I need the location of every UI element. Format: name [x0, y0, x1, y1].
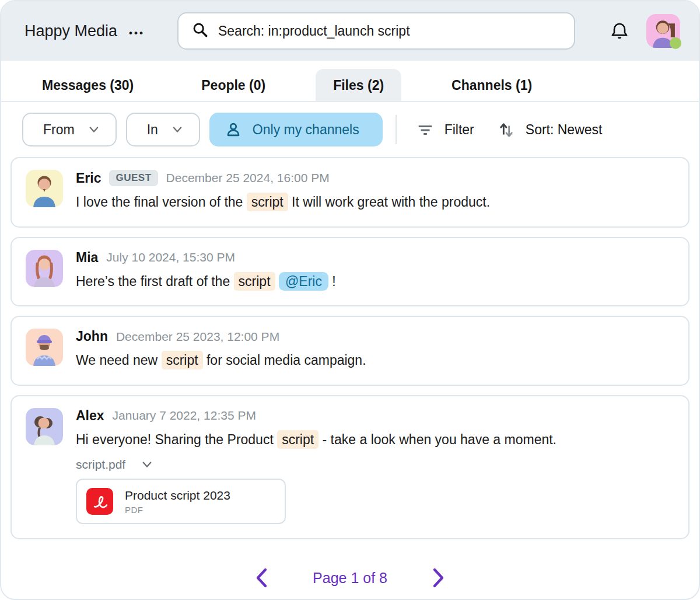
only-my-channels-label: Only my channels	[253, 122, 359, 138]
workspace-name: Happy Media	[24, 22, 117, 40]
search-results-page: Happy Media •••	[0, 0, 700, 600]
sort-button[interactable]: Sort: Newest	[491, 121, 610, 138]
in-filter-label: In	[147, 122, 158, 138]
divider	[396, 115, 397, 144]
message-segment: - take a look when you have a moment.	[318, 432, 556, 447]
pagination: Page 1 of 8	[1, 549, 699, 598]
tab-channels[interactable]: Channels (1)	[434, 69, 550, 101]
timestamp: December 25 2024, 16:00 PM	[166, 171, 330, 185]
sort-arrows-icon	[498, 121, 515, 138]
workspace-switcher[interactable]: Happy Media •••	[24, 22, 145, 40]
tab-messages[interactable]: Messages (30)	[24, 69, 151, 101]
in-filter-dropdown[interactable]: In	[126, 113, 200, 146]
result-card-alex[interactable]: Alex January 7 2022, 12:35 PM Hi everyon…	[10, 395, 690, 540]
from-filter-dropdown[interactable]: From	[22, 113, 117, 146]
notifications-bell-icon[interactable]	[608, 19, 631, 43]
timestamp: July 10 2024, 15:30 PM	[106, 250, 235, 264]
filter-bar: From In Only my channels Filter Sort: Ne…	[1, 102, 699, 155]
file-attachment-card[interactable]: Product script 2023 PDF	[76, 479, 286, 524]
profile-avatar[interactable]	[646, 14, 680, 48]
result-card-john[interactable]: John December 25 2023, 12:00 PM We need …	[10, 316, 690, 386]
result-card-mia[interactable]: Mia July 10 2024, 15:30 PM Here’s the fi…	[10, 237, 690, 307]
message-segment: !	[328, 274, 336, 289]
message-segment: for social media campaign.	[203, 353, 366, 368]
online-status-dot	[670, 37, 681, 49]
message-text: We need new script for social media camp…	[76, 350, 674, 371]
message-text: Hi everyone! Sharing the Product script …	[76, 430, 674, 450]
top-bar: Happy Media •••	[1, 1, 699, 61]
tab-files[interactable]: Files (2)	[316, 69, 401, 101]
only-my-channels-toggle[interactable]: Only my channels	[209, 113, 383, 146]
filter-label: Filter	[444, 122, 474, 138]
user-name: Mia	[76, 250, 98, 266]
message-text: I love the final version of the script I…	[76, 192, 674, 212]
file-type-label: PDF	[125, 505, 230, 515]
guest-badge: GUEST	[109, 170, 158, 186]
user-mention[interactable]: @Eric	[279, 272, 328, 291]
chevron-down-icon	[88, 123, 100, 136]
previous-page-chevron-icon[interactable]	[250, 564, 274, 592]
search-icon	[191, 21, 209, 41]
message-text: Here’s the first draft of the script @Er…	[76, 271, 674, 292]
attachment-collapse-toggle[interactable]: script.pdf	[76, 458, 153, 472]
filter-icon	[416, 121, 434, 138]
avatar	[26, 329, 63, 366]
avatar	[26, 170, 63, 207]
message-segment: We need new	[76, 353, 162, 368]
page-indicator: Page 1 of 8	[313, 570, 387, 587]
tab-people[interactable]: People (0)	[184, 69, 283, 101]
search-term-highlight: script	[162, 351, 203, 369]
file-title: Product script 2023	[125, 489, 230, 503]
search-term-highlight: script	[247, 193, 288, 211]
sort-label: Sort: Newest	[526, 122, 603, 138]
person-icon	[225, 121, 242, 138]
search-term-highlight: script	[234, 272, 275, 291]
message-segment	[275, 274, 279, 289]
user-name: Eric	[76, 170, 101, 186]
avatar	[26, 250, 63, 287]
message-segment: Here’s the first draft of the	[76, 274, 234, 289]
message-segment: Hi everyone! Sharing the Product	[76, 432, 277, 447]
header-actions	[608, 14, 680, 48]
user-name: John	[76, 329, 108, 344]
workspace-menu-icon[interactable]: •••	[129, 27, 145, 39]
timestamp: December 25 2023, 12:00 PM	[116, 330, 279, 344]
avatar	[26, 408, 63, 445]
search-term-highlight: script	[277, 430, 318, 449]
search-bar[interactable]	[177, 12, 575, 50]
chevron-down-icon	[141, 458, 153, 471]
user-name: Alex	[76, 408, 104, 424]
result-card-eric[interactable]: Eric GUEST December 25 2024, 16:00 PM I …	[10, 157, 690, 228]
message-segment: It will work great with the product.	[288, 194, 490, 210]
timestamp: January 7 2022, 12:35 PM	[113, 409, 256, 423]
pdf-file-icon	[86, 488, 113, 515]
search-results-list: Eric GUEST December 25 2024, 16:00 PM I …	[1, 155, 699, 539]
from-filter-label: From	[43, 122, 75, 138]
search-tabs: Messages (30) People (0) Files (2) Chann…	[1, 69, 699, 102]
attachment-filename: script.pdf	[76, 458, 125, 472]
message-segment: I love the final version of the	[76, 194, 247, 210]
search-input[interactable]	[218, 23, 561, 39]
filter-button[interactable]: Filter	[410, 121, 481, 138]
chevron-down-icon	[171, 123, 184, 136]
next-page-chevron-icon[interactable]	[426, 564, 450, 592]
